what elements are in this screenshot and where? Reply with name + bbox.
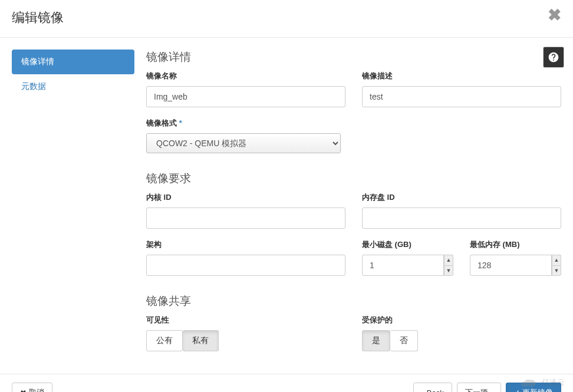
architecture-label: 架构 — [146, 239, 345, 250]
image-format-select[interactable]: QCOW2 - QEMU 模拟器 — [146, 133, 341, 153]
protected-toggle: 是 否 — [362, 330, 418, 351]
next-button[interactable]: 下一项 › — [457, 383, 501, 392]
protected-no-button[interactable]: 否 — [390, 330, 418, 351]
edit-image-modal: 编辑镜像 ✖ 镜像详情 元数据 镜像详情 镜像名称 镜像描述 — [0, 0, 573, 392]
sidebar: 镜像详情 元数据 — [12, 50, 134, 362]
image-desc-label: 镜像描述 — [362, 71, 561, 81]
architecture-input[interactable] — [146, 255, 345, 276]
image-format-label: 镜像格式 * — [146, 118, 341, 129]
close-icon: ✖ — [20, 388, 27, 393]
min-ram-input[interactable] — [470, 255, 552, 276]
section-title-details: 镜像详情 — [146, 50, 561, 65]
min-disk-label: 最小磁盘 (GB) — [362, 239, 453, 250]
min-disk-down-button[interactable]: ▼ — [444, 265, 453, 276]
image-name-input[interactable] — [146, 86, 345, 107]
image-name-label: 镜像名称 — [146, 71, 345, 81]
chevron-right-icon: › — [490, 388, 493, 393]
sidebar-item-metadata[interactable]: 元数据 — [12, 74, 134, 99]
check-icon: ✓ — [514, 388, 520, 392]
min-ram-label: 最低内存 (MB) — [470, 239, 561, 250]
min-disk-input[interactable] — [362, 255, 444, 276]
section-title-requirements: 镜像要求 — [146, 171, 561, 186]
kernel-id-input[interactable] — [146, 207, 345, 229]
kernel-id-label: 内核 ID — [146, 192, 345, 203]
image-desc-input[interactable] — [362, 86, 561, 107]
min-ram-up-button[interactable]: ▲ — [552, 255, 561, 265]
modal-title: 编辑镜像 — [12, 9, 561, 27]
modal-close-button[interactable]: ✖ — [548, 7, 561, 24]
back-button[interactable]: ‹ Back — [413, 383, 452, 392]
help-icon — [548, 51, 559, 63]
modal-footer: ✖ 取消 ‹ Back 下一项 › ✓ 更新镜像 — [0, 374, 573, 392]
ramdisk-id-label: 内存盘 ID — [362, 192, 561, 203]
protected-label: 受保护的 — [362, 315, 561, 325]
sidebar-item-image-details[interactable]: 镜像详情 — [12, 50, 134, 74]
modal-header: 编辑镜像 ✖ — [0, 0, 573, 38]
svg-point-2 — [525, 380, 531, 384]
watermark: 亿速云 — [519, 377, 565, 388]
cloud-icon — [519, 377, 538, 388]
min-disk-up-button[interactable]: ▲ — [444, 255, 453, 265]
ramdisk-id-input[interactable] — [362, 207, 561, 229]
visibility-label: 可见性 — [146, 315, 345, 325]
visibility-public-button[interactable]: 公有 — [146, 330, 183, 351]
chevron-left-icon: ‹ — [421, 388, 424, 393]
visibility-private-button[interactable]: 私有 — [183, 330, 219, 351]
cancel-button[interactable]: ✖ 取消 — [12, 383, 52, 392]
help-button[interactable] — [543, 47, 564, 68]
section-title-sharing: 镜像共享 — [146, 294, 561, 309]
form-content: 镜像详情 镜像名称 镜像描述 镜像格式 * QCOW2 - QEMU 模拟器 — [146, 50, 561, 362]
visibility-toggle: 公有 私有 — [146, 330, 219, 351]
protected-yes-button[interactable]: 是 — [362, 330, 390, 351]
min-ram-down-button[interactable]: ▼ — [552, 265, 561, 276]
